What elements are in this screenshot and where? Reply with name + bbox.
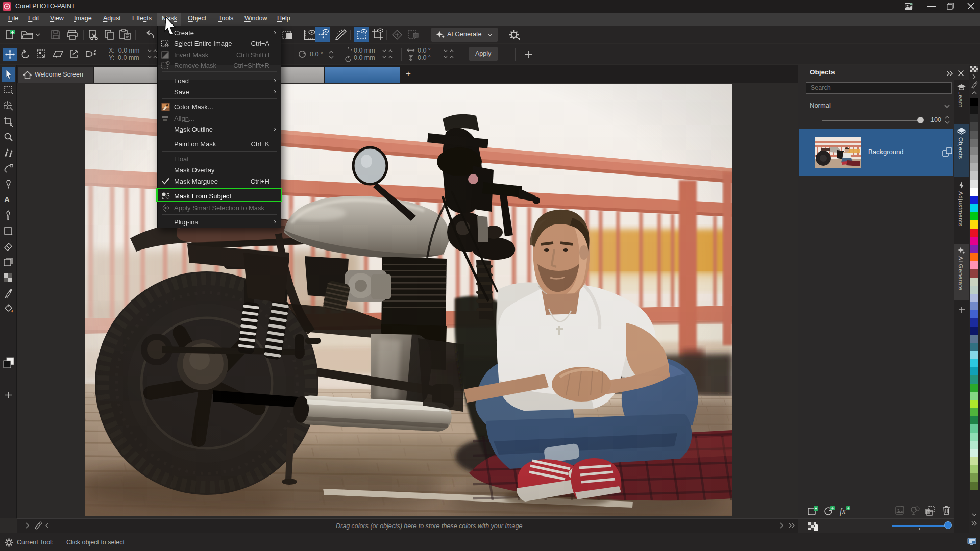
- svg-text:fx: fx: [840, 507, 846, 516]
